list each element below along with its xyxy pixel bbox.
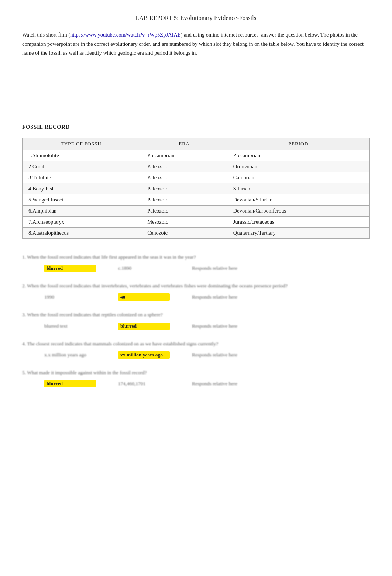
question-text-5: 5. What made it impossible against withi… (22, 369, 370, 376)
fossil-record-section: FOSSIL RECORD TYPE OF FOSSIL ERA PERIOD … (22, 124, 370, 239)
answer-box-5-2: 174,460,1701 (118, 381, 170, 387)
intro-link[interactable]: https://www.youtube.com/watch?v=rWp5ZpJA… (70, 32, 181, 38)
table-row: 7.Archaeopteryx Mesozoic Jurassic/cretac… (23, 216, 370, 227)
table-row: 4.Bony Fish Paleozoic Silurian (23, 183, 370, 194)
table-row: 2.Coral Paleozoic Ordovician (23, 161, 370, 172)
table-header-row: TYPE OF FOSSIL ERA PERIOD (23, 138, 370, 150)
question-block-5: 5. What made it impossible against withi… (22, 369, 370, 387)
fossil-era: Paleozoic (141, 205, 227, 216)
answer-box-4-1: x.x million years ago (44, 352, 96, 358)
fossil-era: Paleozoic (141, 172, 227, 183)
table-row: 1.Stramotolite Precambrian Precambrian (23, 150, 370, 161)
answer-box-2-1: 1990 (44, 294, 96, 300)
table-row: 6.Amphibian Paleozoic Devonian/Carbonife… (23, 205, 370, 216)
answer-box-3-2: blurred (118, 323, 170, 330)
answer-box-2-3: Responds relative here (192, 294, 244, 300)
fossil-period: Devonian/Carboniferous (227, 205, 369, 216)
page-title: LAB REPORT 5: Evolutionary Evidence-Foss… (22, 15, 370, 21)
intro-text-before-link: Watch this short film ( (22, 32, 70, 38)
fossil-record-heading: FOSSIL RECORD (22, 124, 370, 130)
question-block-4: 4. The closest record indicates that mam… (22, 340, 370, 359)
answer-box-1-1: blurred (44, 265, 96, 272)
answer-box-3-1: blurred text (44, 323, 96, 329)
fossil-era: Paleozoic (141, 161, 227, 172)
fossil-period: Quaternary/Tertiary (227, 227, 369, 238)
answer-row-3: blurred textblurredResponds relative her… (44, 323, 370, 330)
answer-box-3-3: Responds relative here (192, 323, 244, 329)
question-block-1: 1. When the fossil record indicates that… (22, 253, 370, 272)
questions-section: 1. When the fossil record indicates that… (22, 253, 370, 387)
fossil-name: 1.Stramotolite (23, 150, 141, 161)
fossil-name: 5.Winged Insect (23, 194, 141, 205)
answer-box-5-1: blurred (44, 380, 96, 387)
fossil-period: Cambrian (227, 172, 369, 183)
col-header-era: ERA (141, 138, 227, 150)
col-header-period: PERIOD (227, 138, 369, 150)
fossil-name: 7.Archaeopteryx (23, 216, 141, 227)
intro-paragraph: Watch this short film (https://www.youtu… (22, 30, 370, 58)
table-row: 3.Trilobite Paleozoic Cambrian (23, 172, 370, 183)
fossil-name: 2.Coral (23, 161, 141, 172)
answer-box-4-2: xx million years ago (118, 351, 170, 359)
answer-box-4-3: Responds relative here (192, 352, 244, 358)
fossil-period: Ordovician (227, 161, 369, 172)
fossil-era: Mesozoic (141, 216, 227, 227)
answer-row-5: blurred174,460,1701Responds relative her… (44, 380, 370, 387)
answer-row-4: x.x million years agoxx million years ag… (44, 351, 370, 359)
fossil-name: 8.Australopithecus (23, 227, 141, 238)
question-block-2: 2. When the fossil record indicates that… (22, 282, 370, 301)
question-text-1: 1. When the fossil record indicates that… (22, 253, 370, 261)
answer-box-2-2: 40 (118, 293, 170, 301)
answer-box-5-3: Responds relative here (192, 381, 244, 387)
fossil-name: 4.Bony Fish (23, 183, 141, 194)
fossil-name: 6.Amphibian (23, 205, 141, 216)
fossil-era: Precambrian (141, 150, 227, 161)
answer-row-2: 199040Responds relative here (44, 293, 370, 301)
question-text-4: 4. The closest record indicates that mam… (22, 340, 370, 348)
fossil-era: Paleozoic (141, 183, 227, 194)
question-block-3: 3. When the fossil record indicates that… (22, 311, 370, 330)
fossil-period: Jurassic/cretaceous (227, 216, 369, 227)
question-text-2: 2. When the fossil record indicates that… (22, 282, 370, 290)
answer-row-1: blurredc.1890Responds relative here (44, 265, 370, 272)
question-text-3: 3. When the fossil record indicates that… (22, 311, 370, 318)
fossil-era: Cenozoic (141, 227, 227, 238)
fossil-era: Paleozoic (141, 194, 227, 205)
table-row: 8.Australopithecus Cenozoic Quaternary/T… (23, 227, 370, 238)
fossil-table: TYPE OF FOSSIL ERA PERIOD 1.Stramotolite… (22, 138, 370, 239)
answer-box-1-2: c.1890 (118, 265, 170, 271)
fossil-period: Precambrian (227, 150, 369, 161)
answer-box-1-3: Responds relative here (192, 265, 244, 271)
fossil-name: 3.Trilobite (23, 172, 141, 183)
col-header-fossil: TYPE OF FOSSIL (23, 138, 141, 150)
fossil-period: Silurian (227, 183, 369, 194)
fossil-period: Devonian/Silurian (227, 194, 369, 205)
table-row: 5.Winged Insect Paleozoic Devonian/Silur… (23, 194, 370, 205)
